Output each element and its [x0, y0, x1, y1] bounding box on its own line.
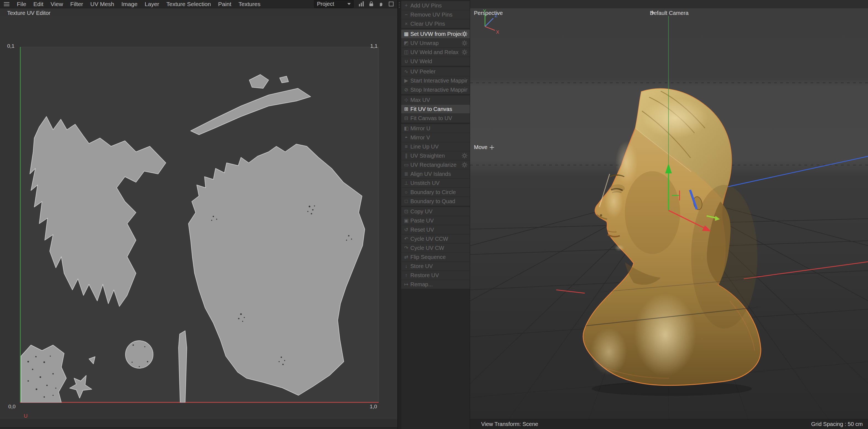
command-label: Start Interactive Mapping — [410, 77, 468, 84]
viewport-scene[interactable]: Perspective Default Camera Move Y Z — [470, 8, 868, 419]
command-flip-sequence[interactable]: ⇄Flip Sequence — [401, 253, 470, 261]
y-axis-label: Y — [483, 8, 486, 14]
command-fit-uv-to-canvas[interactable]: ⊞Fit UV to Canvas — [401, 105, 470, 113]
command-label: Boundary to Circle — [410, 189, 456, 195]
command-cycle-uv-ccw[interactable]: ↶Cycle UV CCW — [401, 234, 470, 243]
uv-island-branchy[interactable] — [30, 117, 166, 306]
menu-paint[interactable]: Paint — [214, 1, 235, 7]
command-uv-rectangularize[interactable]: ▭UV Rectangularize — [401, 160, 470, 169]
menu-image[interactable]: Image — [118, 1, 141, 7]
texture-uv-editor-panel: Texture UV Editor — [0, 8, 397, 419]
command-clear-uv-pins[interactable]: ×Clear UV Pins — [401, 19, 470, 28]
command-store-uv[interactable]: ↓Store UV — [401, 262, 470, 270]
uv-command-list: +Add UV Pins−Remove UV Pins×Clear UV Pin… — [401, 1, 470, 290]
command-align-uv-islands[interactable]: ≣Align UV Islands — [401, 169, 470, 178]
command-set-uvw-from-projection[interactable]: ▦Set UVW from Projection — [401, 30, 470, 38]
tool-name: Move — [474, 144, 488, 151]
lock-icon[interactable] — [368, 1, 375, 8]
command-remap[interactable]: ↦Remap... — [401, 280, 470, 289]
command-max-uv[interactable]: ⊹Max UV — [401, 96, 470, 104]
menu-view[interactable]: View — [47, 1, 67, 7]
view-transform-status: View Transform: Scene — [481, 421, 538, 427]
fit-uv-to-canvas-icon: ⊞ — [402, 106, 410, 112]
command-uv-straighten[interactable]: ∥UV Straighten — [401, 151, 470, 160]
max-uv-icon: ⊹ — [402, 97, 410, 103]
gear-icon[interactable] — [462, 49, 468, 55]
uv-island-circle[interactable] — [125, 341, 153, 368]
command-unstitch-uv[interactable]: ⊥Unstitch UV — [401, 178, 470, 188]
uv-island-strip[interactable] — [179, 331, 187, 402]
axis-orientation-indicator[interactable]: Y Z X — [470, 8, 500, 39]
z-axis-label: Z — [495, 13, 497, 18]
command-copy-uv[interactable]: ⊡Copy UV — [401, 207, 470, 216]
menu-texture-selection[interactable]: Texture Selection — [163, 1, 214, 7]
unstitch-uv-icon: ⊥ — [402, 180, 410, 186]
menu-edit[interactable]: Edit — [30, 1, 47, 7]
uv-island-large[interactable] — [188, 144, 365, 395]
hand-icon[interactable] — [377, 1, 385, 8]
gizmo-y-arrowhead[interactable] — [665, 163, 672, 173]
uv-island-small[interactable] — [249, 74, 269, 88]
panel-grip[interactable] — [398, 0, 401, 429]
menu-layer[interactable]: Layer — [141, 1, 163, 7]
gear-icon[interactable] — [462, 162, 468, 168]
palette-menu-icon[interactable] — [4, 2, 9, 6]
command-remove-uv-pins[interactable]: −Remove UV Pins — [401, 10, 470, 19]
gear-icon[interactable] — [462, 40, 468, 46]
command-group: ◧Mirror U◓Mirror V≡Line Up UV∥UV Straigh… — [401, 124, 470, 206]
command-boundary-to-circle[interactable]: ○Boundary to Circle — [401, 188, 470, 197]
command-paste-uv[interactable]: ▣Paste UV — [401, 216, 470, 225]
uv-island-sliver[interactable] — [191, 88, 311, 135]
uv-corner-top-left: 0,1 — [7, 43, 14, 49]
command-cycle-uv-cw[interactable]: ↷Cycle UV CW — [401, 243, 470, 252]
command-start-interactive-mapping[interactable]: ▶Start Interactive Mapping — [401, 76, 470, 85]
uv-islands[interactable] — [20, 47, 379, 402]
uv-island-small[interactable] — [89, 357, 95, 364]
uv-canvas[interactable]: 0,1 1,1 0,0 1,0 U — [0, 16, 397, 419]
menu-file[interactable]: File — [13, 1, 30, 7]
command-uv-peeler[interactable]: ∿UV Peeler — [401, 67, 470, 76]
command-label: Clear UV Pins — [410, 21, 445, 27]
gizmo-aux-arrowhead[interactable] — [715, 216, 720, 221]
gizmo-aux-arrow[interactable] — [707, 216, 717, 218]
camera-gizmo-icon — [650, 10, 655, 15]
x-axis-label: X — [496, 30, 499, 35]
uv-island-small[interactable] — [280, 76, 288, 83]
command-reset-uv[interactable]: ↺Reset UV — [401, 225, 470, 234]
command-label: UV Unwrap — [410, 40, 439, 46]
command-restore-uv[interactable]: ↑Restore UV — [401, 271, 470, 279]
command-stop-interactive-mapping[interactable]: ⊘Stop Interactive Mapping — [401, 85, 470, 94]
move-gizmo[interactable] — [470, 8, 868, 419]
menu-filter[interactable]: Filter — [67, 1, 87, 7]
command-label: Remove UV Pins — [410, 11, 453, 18]
command-mirror-v[interactable]: ◓Mirror V — [401, 133, 470, 142]
command-fit-canvas-to-uv[interactable]: ⊟Fit Canvas to UV — [401, 114, 470, 123]
menu-textures[interactable]: Textures — [235, 1, 264, 7]
gear-icon[interactable] — [462, 153, 468, 159]
gizmo-x-arrow[interactable] — [669, 210, 704, 228]
project-dropdown[interactable]: Project — [314, 0, 354, 8]
command-line-up-uv[interactable]: ≡Line Up UV — [401, 142, 470, 151]
command-uv-unwrap[interactable]: ◩UV Unwrap — [401, 39, 470, 47]
uv-corner-bottom-right: 1,0 — [370, 404, 377, 410]
store-uv-icon: ↓ — [402, 263, 410, 269]
frame-icon[interactable] — [388, 1, 395, 8]
command-label: Cycle UV CCW — [410, 236, 448, 242]
command-uv-weld-and-relax[interactable]: ◫UV Weld and Relax — [401, 48, 470, 57]
gizmo-z-handle[interactable] — [690, 190, 697, 209]
menu-uv-mesh[interactable]: UV Mesh — [87, 1, 118, 7]
command-add-uv-pins[interactable]: +Add UV Pins — [401, 1, 470, 10]
command-label: Store UV — [410, 263, 433, 269]
camera-label[interactable]: Default Camera — [650, 10, 688, 16]
uv-island-star[interactable] — [70, 375, 92, 398]
histogram-icon[interactable] — [358, 1, 365, 8]
command-label: Set UVW from Projection — [410, 31, 462, 37]
command-label: Stop Interactive Mapping — [410, 87, 468, 93]
command-mirror-u[interactable]: ◧Mirror U — [401, 124, 470, 133]
command-uv-weld[interactable]: ∪UV Weld — [401, 57, 470, 66]
command-boundary-to-quad[interactable]: □Boundary to Quad — [401, 197, 470, 206]
command-label: Flip Sequence — [410, 254, 446, 260]
gear-icon[interactable] — [462, 31, 468, 37]
uv-island-corner[interactable] — [21, 345, 66, 402]
gizmo-x-arrowhead[interactable] — [702, 225, 711, 231]
